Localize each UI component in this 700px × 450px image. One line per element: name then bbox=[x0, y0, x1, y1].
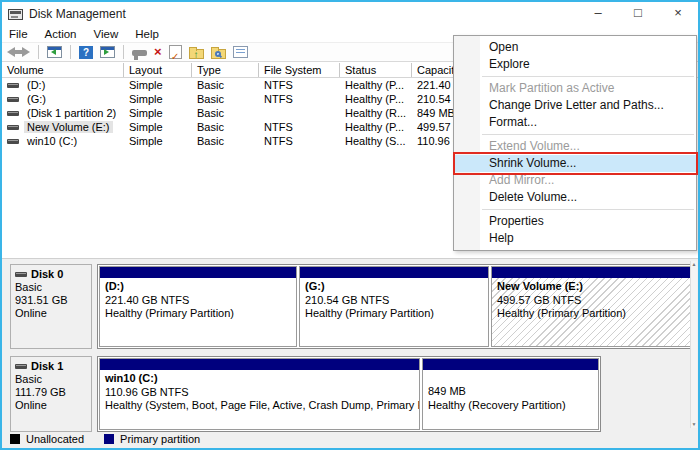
volume-name: (D:) bbox=[24, 79, 48, 91]
disk1-kind: Basic bbox=[15, 373, 87, 386]
menu-item-format[interactable]: Format... bbox=[454, 114, 696, 131]
disk0-kind: Basic bbox=[15, 281, 87, 294]
tool-icon[interactable] bbox=[132, 50, 147, 56]
menu-item-change-drive-letter[interactable]: Change Drive Letter and Paths... bbox=[454, 97, 696, 114]
column-volume[interactable]: Volume bbox=[2, 63, 124, 77]
partition-color-bar bbox=[100, 359, 419, 370]
column-type[interactable]: Type bbox=[192, 63, 259, 77]
disk1-label[interactable]: Disk 1 Basic 111.79 GB Online bbox=[10, 356, 92, 432]
disk-graph-pane: Disk 0 Basic 931.51 GB Online (D:) 221.4… bbox=[2, 259, 698, 430]
legend-primary-label: Primary partition bbox=[120, 433, 200, 445]
partition-color-bar bbox=[100, 267, 296, 278]
menu-view[interactable]: View bbox=[94, 28, 128, 40]
menu-item-explore[interactable]: Explore bbox=[454, 56, 696, 73]
volume-name: (G:) bbox=[24, 93, 49, 105]
volume-name: New Volume (E:) bbox=[24, 121, 113, 133]
toolbar-separator bbox=[38, 45, 39, 59]
action-pane-icon[interactable] bbox=[100, 46, 115, 58]
partition-color-bar bbox=[423, 359, 598, 370]
menu-item-delete-volume[interactable]: Delete Volume... bbox=[454, 189, 696, 206]
toolbar-separator bbox=[70, 45, 71, 59]
menu-item-help[interactable]: Help bbox=[454, 230, 696, 247]
disk0-row: Disk 0 Basic 931.51 GB Online (D:) 221.4… bbox=[10, 264, 698, 349]
title-bar: Disk Management – □ × bbox=[2, 2, 698, 26]
volume-name: (Disk 1 partition 2) bbox=[24, 107, 119, 119]
legend: Unallocated Primary partition bbox=[2, 430, 698, 448]
back-icon[interactable] bbox=[7, 47, 15, 57]
menu-item-shrink-volume[interactable]: Shrink Volume... bbox=[454, 155, 696, 172]
legend-unallocated-label: Unallocated bbox=[26, 433, 84, 445]
disk0-status: Online bbox=[15, 307, 87, 320]
disk-management-app-icon bbox=[8, 9, 23, 20]
partition-color-bar bbox=[300, 267, 488, 278]
menu-separator bbox=[482, 209, 694, 210]
volume-name: win10 (C:) bbox=[24, 135, 80, 147]
partition-d[interactable]: (D:) 221.40 GB NTFS Healthy (Primary Par… bbox=[99, 266, 297, 347]
menu-item-extend-volume: Extend Volume... bbox=[454, 138, 696, 155]
menu-separator bbox=[482, 76, 694, 77]
maximize-button[interactable]: □ bbox=[618, 3, 658, 25]
toolbar-separator bbox=[123, 45, 124, 59]
unallocated-swatch bbox=[10, 434, 20, 444]
context-menu: Open Explore Mark Partition as Active Ch… bbox=[453, 35, 697, 251]
magnifier-icon bbox=[215, 51, 221, 57]
column-file-system[interactable]: File System bbox=[259, 63, 340, 77]
column-layout[interactable]: Layout bbox=[124, 63, 192, 77]
partition-c[interactable]: win10 (C:) 110.96 GB NTFS Healthy (Syste… bbox=[99, 358, 420, 430]
menu-item-open[interactable]: Open bbox=[454, 39, 696, 56]
check-icon[interactable]: ✓ bbox=[169, 45, 182, 59]
menu-item-add-mirror: Add Mirror... bbox=[454, 172, 696, 189]
drive-icon bbox=[7, 139, 19, 144]
close-button[interactable]: × bbox=[658, 3, 698, 25]
partition-color-bar bbox=[492, 267, 691, 278]
drive-icon bbox=[15, 364, 27, 369]
minimize-button[interactable]: – bbox=[578, 3, 618, 25]
menu-item-properties[interactable]: Properties bbox=[454, 213, 696, 230]
folder-up-icon[interactable]: ↑ bbox=[189, 49, 204, 59]
drive-icon bbox=[7, 125, 19, 130]
menu-file[interactable]: File bbox=[9, 28, 37, 40]
help-icon[interactable]: ? bbox=[79, 46, 93, 59]
disk-management-window: Disk Management – □ × File Action View H… bbox=[0, 0, 700, 450]
vertical-scrollbar[interactable]: ▲ ▼ bbox=[690, 261, 697, 428]
folder-search-icon[interactable] bbox=[211, 49, 226, 59]
menu-action[interactable]: Action bbox=[45, 28, 86, 40]
disk1-size: 111.79 GB bbox=[15, 386, 87, 399]
disk1-row: Disk 1 Basic 111.79 GB Online win10 (C:)… bbox=[10, 356, 698, 432]
scroll-up-icon[interactable]: ▲ bbox=[691, 261, 697, 268]
partition-e-selected[interactable]: New Volume (E:) 499.57 GB NTFS Healthy (… bbox=[491, 266, 692, 347]
forward-icon[interactable] bbox=[22, 47, 30, 57]
primary-partition-swatch bbox=[104, 434, 114, 444]
disk1-partitions: win10 (C:) 110.96 GB NTFS Healthy (Syste… bbox=[97, 356, 601, 432]
window-title: Disk Management bbox=[29, 7, 126, 21]
properties-icon[interactable] bbox=[233, 46, 248, 58]
disk0-label[interactable]: Disk 0 Basic 931.51 GB Online bbox=[10, 264, 92, 349]
delete-icon[interactable]: × bbox=[154, 44, 162, 60]
menu-item-mark-partition-active: Mark Partition as Active bbox=[454, 80, 696, 97]
menu-help[interactable]: Help bbox=[135, 28, 168, 40]
disk0-partitions: (D:) 221.40 GB NTFS Healthy (Primary Par… bbox=[97, 264, 694, 349]
console-tree-icon[interactable] bbox=[47, 46, 62, 58]
partition-g[interactable]: (G:) 210.54 GB NTFS Healthy (Primary Par… bbox=[299, 266, 489, 347]
drive-icon bbox=[15, 272, 27, 277]
column-status[interactable]: Status bbox=[340, 63, 412, 77]
menu-separator bbox=[482, 134, 694, 135]
disk0-size: 931.51 GB bbox=[15, 294, 87, 307]
scroll-down-icon[interactable]: ▼ bbox=[691, 421, 697, 428]
drive-icon bbox=[7, 111, 19, 116]
partition-recovery[interactable]: 849 MB Healthy (Recovery Partition) bbox=[422, 358, 599, 430]
disk1-status: Online bbox=[15, 399, 87, 412]
drive-icon bbox=[7, 97, 19, 102]
drive-icon bbox=[7, 83, 19, 88]
